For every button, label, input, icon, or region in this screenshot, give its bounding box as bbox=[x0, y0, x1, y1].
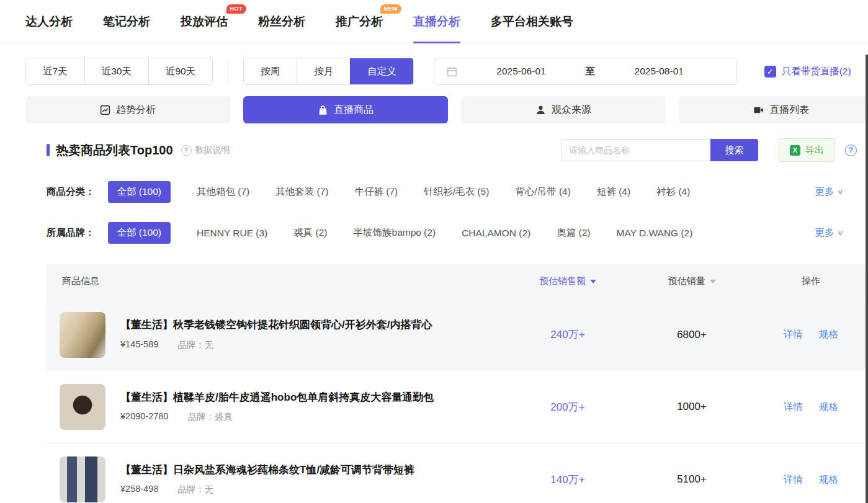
brand-filter-row: 所属品牌： 全部 (100) HENNY RUE (3) 裘真 (2) 半坡饰族… bbox=[47, 222, 868, 244]
estimated-volume-value: 6800+ bbox=[630, 329, 754, 341]
nav-item-promotion-analysis[interactable]: 推广分析 NEW bbox=[336, 0, 383, 43]
category-filter-row: 商品分类： 全部 (100) 其他箱包 (7) 其他套装 (7) 牛仔裤 (7)… bbox=[47, 181, 868, 203]
hot-products-table: 商品信息 预估销售额 预估销量 操作 【董生活】秋季老钱镂空钩针提花针织圆领背心… bbox=[47, 264, 868, 503]
product-image[interactable] bbox=[60, 312, 105, 358]
estimated-sales-value: 140万+ bbox=[506, 473, 630, 487]
quick-range-group: 近7天 近30天 近90天 bbox=[25, 58, 213, 85]
brand-chip[interactable]: 奥篇 (2) bbox=[557, 226, 590, 239]
custom-range-button[interactable]: 自定义 bbox=[350, 58, 413, 84]
product-brand: 品牌：无 bbox=[177, 339, 213, 351]
product-brand: 品牌：无 bbox=[177, 484, 213, 496]
detail-link[interactable]: 详情 bbox=[784, 401, 803, 414]
product-title[interactable]: 【董生活】秋季老钱镂空钩针提花针织圆领背心/开衫外套/内搭背心 bbox=[120, 318, 432, 332]
product-image[interactable] bbox=[60, 456, 105, 502]
category-chip[interactable]: 牛仔裤 (7) bbox=[355, 185, 398, 198]
tab-audience-source[interactable]: 观众来源 bbox=[461, 96, 666, 123]
detail-link[interactable]: 详情 bbox=[784, 473, 803, 486]
category-all-pill[interactable]: 全部 (100) bbox=[108, 181, 171, 203]
brand-chip[interactable]: CHALAMON (2) bbox=[462, 228, 530, 239]
export-help-icon[interactable]: ? bbox=[845, 145, 857, 156]
range-30d-button[interactable]: 近30天 bbox=[84, 58, 148, 84]
spec-link[interactable]: 规格 bbox=[819, 473, 838, 486]
active-tab-underline bbox=[413, 42, 460, 43]
category-chip[interactable]: 背心/吊带 (4) bbox=[515, 185, 571, 198]
product-price: ¥145-589 bbox=[120, 339, 158, 351]
brand-chip[interactable]: 裘真 (2) bbox=[293, 226, 327, 239]
data-help-icon[interactable]: ? bbox=[181, 145, 192, 156]
range-7d-button[interactable]: 近7天 bbox=[26, 58, 84, 84]
chevron-down-icon: ∨ bbox=[837, 229, 843, 237]
estimated-volume-value: 5100+ bbox=[630, 473, 754, 486]
search-button[interactable]: 搜索 bbox=[710, 139, 758, 161]
new-badge: NEW bbox=[380, 4, 402, 14]
calendar-icon bbox=[447, 66, 457, 77]
detail-link[interactable]: 详情 bbox=[784, 328, 803, 341]
data-description-link[interactable]: 数据说明 bbox=[195, 145, 230, 156]
header-actions: 操作 bbox=[754, 275, 868, 287]
brand-chip[interactable]: 半坡饰族bampo (2) bbox=[354, 226, 436, 239]
brand-chip[interactable]: HENNY RUE (3) bbox=[197, 228, 267, 239]
brand-chip[interactable]: MAY D.WANG (2) bbox=[617, 228, 693, 239]
nav-item-note-analysis[interactable]: 笔记分析 bbox=[103, 0, 150, 43]
category-more-link[interactable]: 更多 ∨ bbox=[815, 185, 843, 198]
excel-icon: X bbox=[790, 145, 800, 156]
category-chip[interactable]: 其他箱包 (7) bbox=[197, 185, 249, 198]
category-chip[interactable]: 短裤 (4) bbox=[597, 185, 630, 198]
tab-live-products[interactable]: 直播商品 bbox=[243, 96, 448, 123]
estimated-sales-value: 240万+ bbox=[506, 327, 630, 342]
nav-item-placement-evaluation[interactable]: 投放评估 HOT bbox=[181, 0, 228, 43]
brand-all-pill[interactable]: 全部 (100) bbox=[108, 222, 171, 244]
product-price: ¥258-498 bbox=[120, 484, 158, 496]
live-analysis-page: 达人分析 笔记分析 投放评估 HOT 粉丝分析 推广分析 NEW 直播分析 多平… bbox=[0, 0, 868, 503]
trend-chart-icon bbox=[100, 105, 110, 115]
checkbox-label: 只看带货直播(2) bbox=[782, 65, 851, 78]
section-header: 热卖商品列表Top100 ? 数据说明 搜索 X 导出 ? bbox=[47, 138, 868, 162]
export-button[interactable]: X 导出 bbox=[779, 138, 835, 162]
date-range-picker[interactable]: 2025-06-01 至 2025-08-01 bbox=[434, 58, 736, 85]
ecommerce-live-only-checkbox[interactable]: ✓ 只看带货直播(2) bbox=[764, 65, 851, 78]
category-chip[interactable]: 衬衫 (4) bbox=[656, 185, 690, 198]
nav-item-multiplatform-accounts[interactable]: 多平台相关账号 bbox=[491, 0, 573, 43]
header-actions: 搜索 X 导出 ? bbox=[561, 138, 857, 162]
hot-badge: HOT bbox=[226, 4, 247, 14]
search-input[interactable] bbox=[561, 139, 710, 161]
product-image[interactable] bbox=[60, 384, 105, 430]
export-label: 导出 bbox=[805, 145, 824, 156]
start-date-value[interactable]: 2025-06-01 bbox=[457, 66, 586, 77]
header-estimated-sales[interactable]: 预估销售额 bbox=[506, 275, 630, 287]
category-chip[interactable]: 其他套装 (7) bbox=[275, 185, 328, 198]
spec-link[interactable]: 规格 bbox=[819, 401, 838, 414]
by-week-button[interactable]: 按周 bbox=[244, 58, 297, 84]
live-video-icon bbox=[753, 105, 764, 115]
category-filter-label: 商品分类： bbox=[47, 185, 95, 198]
tab-trend-analysis[interactable]: 趋势分析 bbox=[25, 96, 230, 123]
nav-item-fans-analysis[interactable]: 粉丝分析 bbox=[258, 0, 305, 43]
top-nav: 达人分析 笔记分析 投放评估 HOT 粉丝分析 推广分析 NEW 直播分析 多平… bbox=[0, 0, 868, 43]
page-title: 热卖商品列表Top100 bbox=[56, 142, 173, 159]
product-title[interactable]: 【董生活】植鞣羊皮/胎牛皮逍遥hobo包单肩斜挎真皮大容量通勤包 bbox=[120, 391, 434, 404]
product-title[interactable]: 【董生活】日杂风盐系海魂衫莼棉条纹T恤/减龄可调节背带短裤 bbox=[120, 463, 414, 477]
by-month-button[interactable]: 按月 bbox=[297, 58, 350, 84]
title-accent-bar bbox=[47, 144, 50, 156]
table-row: 【董生活】日杂风盐系海魂衫莼棉条纹T恤/减龄可调节背带短裤 ¥258-498 品… bbox=[47, 443, 868, 503]
tab-live-list[interactable]: 直播列表 bbox=[679, 96, 868, 123]
date-filter-row: 近7天 近30天 近90天 按周 按月 自定义 2025-06-01 至 202… bbox=[25, 58, 868, 85]
header-product-info: 商品信息 bbox=[47, 275, 506, 287]
product-cell: 【董生活】日杂风盐系海魂衫莼棉条纹T恤/减龄可调节背带短裤 ¥258-498 品… bbox=[47, 456, 506, 502]
end-date-value[interactable]: 2025-08-01 bbox=[595, 66, 723, 77]
brand-more-link[interactable]: 更多 ∨ bbox=[815, 226, 843, 239]
header-estimated-volume[interactable]: 预估销量 bbox=[630, 275, 754, 287]
nav-item-influencer-analysis[interactable]: 达人分析 bbox=[25, 0, 73, 43]
estimated-volume-value: 1000+ bbox=[630, 401, 754, 413]
range-90d-button[interactable]: 近90天 bbox=[148, 58, 212, 84]
chevron-down-icon: ∨ bbox=[837, 189, 843, 196]
product-search: 搜索 bbox=[561, 139, 758, 161]
product-price: ¥2090-2780 bbox=[120, 411, 168, 423]
sort-desc-icon bbox=[590, 280, 596, 283]
spec-link[interactable]: 规格 bbox=[819, 328, 838, 341]
category-chip[interactable]: 针织衫/毛衣 (5) bbox=[424, 185, 489, 198]
date-to-label: 至 bbox=[585, 65, 595, 78]
nav-item-live-analysis[interactable]: 直播分析 bbox=[413, 0, 460, 43]
checkbox-checked-icon: ✓ bbox=[764, 66, 776, 78]
product-brand: 品牌：裘真 bbox=[187, 411, 233, 423]
